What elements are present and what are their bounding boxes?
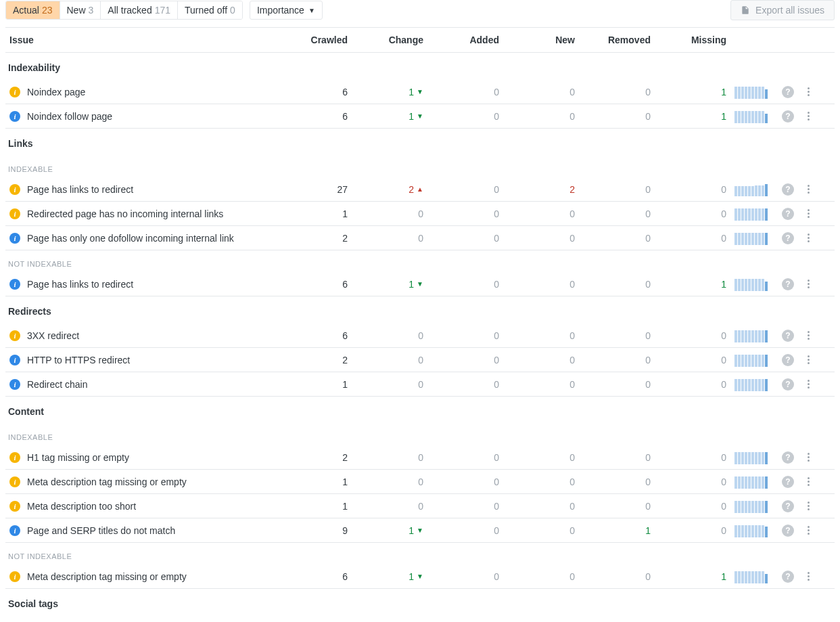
- sparkline: [730, 273, 778, 295]
- sparkline: [730, 179, 778, 200]
- issue-cell[interactable]: iPage has links to redirect: [5, 180, 276, 199]
- change-value: 1▼: [352, 567, 427, 586]
- info-icon: i: [9, 355, 20, 365]
- kebab-menu-icon[interactable]: [802, 331, 814, 340]
- kebab-menu-icon[interactable]: [802, 572, 814, 581]
- info-icon: i: [9, 279, 20, 290]
- kebab-menu-icon[interactable]: [802, 234, 814, 242]
- kebab-menu-icon[interactable]: [802, 185, 814, 194]
- info-icon: i: [9, 525, 20, 536]
- issue-name: Meta description tag missing or empty: [27, 571, 187, 582]
- help-icon[interactable]: ?: [782, 232, 794, 244]
- filter-tab[interactable]: All tracked171: [101, 1, 178, 19]
- sparkline: [730, 374, 778, 395]
- issue-cell[interactable]: iH1 tag missing or empty: [5, 448, 276, 467]
- kebab-menu-icon[interactable]: [802, 502, 814, 510]
- export-all-issues-button[interactable]: Export all issues: [730, 0, 835, 20]
- help-icon[interactable]: ?: [782, 208, 794, 220]
- arrow-up-icon: ▲: [417, 185, 423, 193]
- table-row: iRedirected page has no incoming interna…: [5, 202, 835, 226]
- info-icon: i: [9, 379, 20, 390]
- kebab-menu-icon[interactable]: [802, 477, 814, 486]
- sparkline: [730, 520, 778, 541]
- new-value: 0: [503, 521, 579, 540]
- crawled-value: 1: [276, 375, 352, 394]
- missing-value: 0: [655, 497, 730, 516]
- removed-value: 0: [579, 351, 655, 370]
- issue-name: Page has links to redirect: [27, 184, 133, 195]
- issue-cell[interactable]: iPage has only one dofollow incoming int…: [5, 229, 276, 248]
- table-row: iPage has links to redirect61▼0001?: [5, 272, 835, 296]
- change-value: 0: [352, 497, 427, 516]
- filter-tab-label: All tracked: [108, 5, 151, 16]
- kebab-menu-icon[interactable]: [802, 380, 814, 388]
- help-icon[interactable]: ?: [782, 330, 794, 342]
- kebab-menu-icon[interactable]: [802, 87, 814, 96]
- missing-value: 0: [655, 229, 730, 248]
- table-row: iHTTP to HTTPS redirect200000?: [5, 348, 835, 372]
- issue-cell[interactable]: iPage has links to redirect: [5, 275, 276, 294]
- kebab-menu-icon[interactable]: [802, 280, 814, 288]
- table-row: iRedirect chain100000?: [5, 372, 835, 397]
- issue-cell[interactable]: iNoindex follow page: [5, 107, 276, 126]
- toolbar: Actual23New3All tracked171Turned off0 Im…: [5, 0, 835, 28]
- issue-cell[interactable]: iNoindex page: [5, 83, 276, 102]
- issue-cell[interactable]: iPage and SERP titles do not match: [5, 521, 276, 540]
- new-value: 0: [503, 375, 579, 394]
- help-icon[interactable]: ?: [782, 183, 794, 196]
- help-icon[interactable]: ?: [782, 525, 794, 537]
- issue-cell[interactable]: iRedirected page has no incoming interna…: [5, 204, 276, 223]
- issue-name: Page has links to redirect: [27, 279, 133, 290]
- warning-icon: i: [9, 452, 20, 463]
- issue-name: Meta description too short: [27, 501, 136, 512]
- help-icon[interactable]: ?: [782, 110, 794, 123]
- issue-cell[interactable]: iHTTP to HTTPS redirect: [5, 351, 276, 370]
- arrow-down-icon: ▼: [417, 112, 423, 120]
- help-icon[interactable]: ?: [782, 278, 794, 290]
- kebab-menu-icon[interactable]: [802, 453, 814, 462]
- kebab-menu-icon[interactable]: [802, 112, 814, 120]
- sparkline: [730, 325, 778, 347]
- kebab-menu-icon[interactable]: [802, 355, 814, 364]
- help-icon[interactable]: ?: [782, 378, 794, 391]
- filter-tab-count: 3: [89, 5, 94, 16]
- help-icon[interactable]: ?: [782, 476, 794, 488]
- issue-cell[interactable]: iMeta description too short: [5, 497, 276, 516]
- issue-name: Redirected page has no incoming internal…: [27, 208, 223, 219]
- issue-cell[interactable]: iMeta description tag missing or empty: [5, 567, 276, 586]
- new-value: 2: [503, 180, 579, 199]
- filter-tab-label: New: [67, 5, 86, 16]
- added-value: 0: [427, 180, 503, 199]
- section-title: Social tags: [5, 589, 835, 616]
- kebab-menu-icon[interactable]: [802, 209, 814, 218]
- sort-dropdown[interactable]: Importance ▼: [250, 1, 323, 20]
- crawled-value: 6: [276, 107, 352, 126]
- change-value: 0: [352, 229, 427, 248]
- col-crawled: Crawled: [276, 35, 352, 45]
- crawled-value: 6: [276, 275, 352, 294]
- issue-cell[interactable]: iRedirect chain: [5, 375, 276, 394]
- added-value: 0: [427, 567, 503, 586]
- help-icon[interactable]: ?: [782, 86, 794, 98]
- help-icon[interactable]: ?: [782, 571, 794, 583]
- warning-icon: i: [9, 208, 20, 219]
- added-value: 0: [427, 375, 503, 394]
- filter-tab[interactable]: New3: [60, 1, 101, 19]
- issue-cell[interactable]: iMeta description tag missing or empty: [5, 472, 276, 491]
- help-icon[interactable]: ?: [782, 500, 794, 512]
- new-value: 0: [503, 351, 579, 370]
- issue-cell[interactable]: i3XX redirect: [5, 326, 276, 345]
- issue-name: Noindex page: [27, 87, 85, 97]
- issue-name: Page has only one dofollow incoming inte…: [27, 233, 234, 244]
- help-icon[interactable]: ?: [782, 451, 794, 464]
- missing-value: 1: [655, 83, 730, 102]
- issue-name: H1 tag missing or empty: [27, 452, 129, 463]
- kebab-menu-icon[interactable]: [802, 526, 814, 535]
- help-icon[interactable]: ?: [782, 354, 794, 366]
- filter-tab[interactable]: Actual23: [6, 1, 60, 19]
- table-row: iMeta description tag missing or empty61…: [5, 564, 835, 589]
- change-value: 0: [352, 375, 427, 394]
- col-issue: Issue: [5, 35, 276, 45]
- sparkline: [730, 81, 778, 103]
- filter-tab[interactable]: Turned off0: [178, 1, 242, 19]
